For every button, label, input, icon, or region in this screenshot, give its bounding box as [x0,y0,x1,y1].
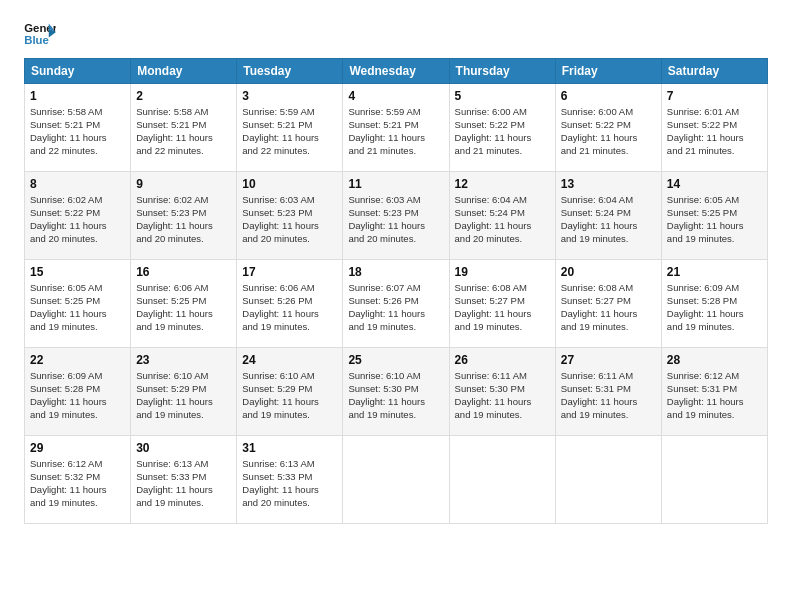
calendar-cell: 24Sunrise: 6:10 AMSunset: 5:29 PMDayligh… [237,348,343,436]
day-info-line: Daylight: 11 hours [561,132,656,145]
day-info-line: Sunrise: 6:05 AM [667,194,762,207]
calendar-week-4: 22Sunrise: 6:09 AMSunset: 5:28 PMDayligh… [25,348,768,436]
day-info-line: Daylight: 11 hours [348,396,443,409]
calendar-cell: 21Sunrise: 6:09 AMSunset: 5:28 PMDayligh… [661,260,767,348]
day-number: 5 [455,88,550,104]
calendar-cell: 9Sunrise: 6:02 AMSunset: 5:23 PMDaylight… [131,172,237,260]
day-info-line: Sunset: 5:30 PM [348,383,443,396]
day-info-line: and 20 minutes. [348,233,443,246]
day-info-line: and 19 minutes. [561,233,656,246]
day-info-line: Daylight: 11 hours [561,220,656,233]
day-info-line: Sunrise: 6:09 AM [667,282,762,295]
day-header-wednesday: Wednesday [343,59,449,84]
calendar: SundayMondayTuesdayWednesdayThursdayFrid… [24,58,768,524]
day-info-line: Sunrise: 6:03 AM [242,194,337,207]
day-info-line: Daylight: 11 hours [561,308,656,321]
day-info-line: and 19 minutes. [455,321,550,334]
day-info-line: Sunset: 5:22 PM [30,207,125,220]
day-info-line: Sunrise: 5:59 AM [348,106,443,119]
day-info-line: Sunrise: 6:04 AM [455,194,550,207]
header: General Blue [24,20,768,48]
day-number: 9 [136,176,231,192]
day-info-line: Sunrise: 6:03 AM [348,194,443,207]
day-info-line: Sunset: 5:31 PM [667,383,762,396]
day-number: 3 [242,88,337,104]
day-number: 26 [455,352,550,368]
day-info-line: Sunrise: 6:12 AM [667,370,762,383]
calendar-cell: 8Sunrise: 6:02 AMSunset: 5:22 PMDaylight… [25,172,131,260]
day-info-line: Sunset: 5:26 PM [242,295,337,308]
day-info-line: and 19 minutes. [455,409,550,422]
calendar-cell: 13Sunrise: 6:04 AMSunset: 5:24 PMDayligh… [555,172,661,260]
day-number: 25 [348,352,443,368]
day-number: 19 [455,264,550,280]
day-info-line: and 19 minutes. [667,321,762,334]
day-info-line: and 19 minutes. [667,409,762,422]
day-info-line: Sunset: 5:21 PM [348,119,443,132]
calendar-cell: 4Sunrise: 5:59 AMSunset: 5:21 PMDaylight… [343,84,449,172]
calendar-cell: 19Sunrise: 6:08 AMSunset: 5:27 PMDayligh… [449,260,555,348]
day-info-line: and 19 minutes. [30,497,125,510]
calendar-cell: 10Sunrise: 6:03 AMSunset: 5:23 PMDayligh… [237,172,343,260]
day-info-line: and 19 minutes. [136,409,231,422]
day-info-line: Daylight: 11 hours [136,308,231,321]
calendar-cell: 7Sunrise: 6:01 AMSunset: 5:22 PMDaylight… [661,84,767,172]
day-number: 7 [667,88,762,104]
day-number: 4 [348,88,443,104]
day-number: 22 [30,352,125,368]
day-info-line: Sunrise: 6:06 AM [242,282,337,295]
day-info-line: Sunrise: 6:06 AM [136,282,231,295]
calendar-cell [555,436,661,524]
calendar-cell: 28Sunrise: 6:12 AMSunset: 5:31 PMDayligh… [661,348,767,436]
calendar-cell: 11Sunrise: 6:03 AMSunset: 5:23 PMDayligh… [343,172,449,260]
day-info-line: Sunset: 5:31 PM [561,383,656,396]
day-number: 6 [561,88,656,104]
calendar-header-row: SundayMondayTuesdayWednesdayThursdayFrid… [25,59,768,84]
day-info-line: and 21 minutes. [348,145,443,158]
day-info-line: Sunset: 5:21 PM [30,119,125,132]
logo-icon: General Blue [24,20,56,48]
day-info-line: Sunset: 5:33 PM [136,471,231,484]
day-info-line: Sunset: 5:25 PM [136,295,231,308]
day-info-line: Sunset: 5:27 PM [561,295,656,308]
day-info-line: Daylight: 11 hours [242,308,337,321]
day-header-sunday: Sunday [25,59,131,84]
day-number: 11 [348,176,443,192]
day-info-line: Sunrise: 6:00 AM [455,106,550,119]
day-info-line: Sunset: 5:21 PM [136,119,231,132]
day-info-line: Sunrise: 6:10 AM [348,370,443,383]
day-info-line: Sunset: 5:23 PM [136,207,231,220]
calendar-cell: 16Sunrise: 6:06 AMSunset: 5:25 PMDayligh… [131,260,237,348]
day-info-line: Daylight: 11 hours [667,220,762,233]
day-info-line: Daylight: 11 hours [348,220,443,233]
day-number: 12 [455,176,550,192]
calendar-cell [661,436,767,524]
day-info-line: and 19 minutes. [561,321,656,334]
day-number: 24 [242,352,337,368]
day-info-line: Daylight: 11 hours [30,132,125,145]
day-info-line: and 19 minutes. [30,321,125,334]
day-info-line: Sunrise: 6:08 AM [561,282,656,295]
calendar-body: 1Sunrise: 5:58 AMSunset: 5:21 PMDaylight… [25,84,768,524]
day-info-line: Daylight: 11 hours [136,132,231,145]
calendar-cell: 1Sunrise: 5:58 AMSunset: 5:21 PMDaylight… [25,84,131,172]
day-info-line: Daylight: 11 hours [30,484,125,497]
day-number: 21 [667,264,762,280]
day-info-line: Sunrise: 6:02 AM [136,194,231,207]
day-info-line: Sunset: 5:22 PM [455,119,550,132]
day-info-line: Sunset: 5:25 PM [667,207,762,220]
day-info-line: Sunrise: 6:02 AM [30,194,125,207]
day-info-line: Sunrise: 5:58 AM [136,106,231,119]
day-info-line: Sunrise: 6:08 AM [455,282,550,295]
calendar-cell: 22Sunrise: 6:09 AMSunset: 5:28 PMDayligh… [25,348,131,436]
calendar-cell [343,436,449,524]
day-info-line: and 20 minutes. [242,233,337,246]
calendar-week-1: 1Sunrise: 5:58 AMSunset: 5:21 PMDaylight… [25,84,768,172]
day-info-line: Sunset: 5:22 PM [561,119,656,132]
day-number: 29 [30,440,125,456]
day-info-line: Sunset: 5:27 PM [455,295,550,308]
day-info-line: and 22 minutes. [242,145,337,158]
day-info-line: Daylight: 11 hours [348,308,443,321]
day-info-line: Daylight: 11 hours [30,308,125,321]
page: General Blue SundayMondayTuesdayWednesda… [0,0,792,612]
